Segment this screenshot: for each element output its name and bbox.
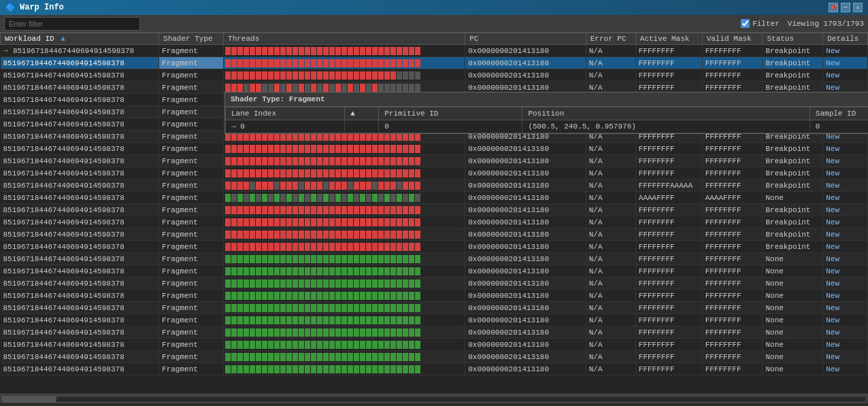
pin-button[interactable]: 📌 xyxy=(829,3,838,12)
window-icon: 🔷 xyxy=(5,3,16,13)
minimize-button[interactable]: — xyxy=(841,3,850,12)
viewing-text: Viewing 1793/1793 xyxy=(788,20,864,28)
table-row[interactable]: 851967184467440694914598378Fragment0x000… xyxy=(1,204,868,216)
workload-id-value: 851967184467440694914598378 xyxy=(3,231,124,239)
valid-mask-cell: FFFFFFFF xyxy=(702,167,763,180)
shader-type-cell: Fragment xyxy=(159,339,224,351)
status-cell: Breakpoint xyxy=(763,204,823,216)
threads-cell xyxy=(224,265,465,277)
col-workload-id[interactable]: Workload ID ▲ xyxy=(1,33,159,45)
threads-cell xyxy=(224,326,465,339)
workload-id-cell: 851967184467440694914598378 xyxy=(1,277,159,290)
pc-cell: 0x0000000201413180 xyxy=(465,326,586,339)
valid-mask-cell: FFFFFFFF xyxy=(702,69,763,82)
workload-id-cell: 851967184467440694914598378 xyxy=(1,302,159,314)
error-pc-cell: N/A xyxy=(586,167,635,180)
table-row[interactable]: 851967184467440694914598378Fragment0x000… xyxy=(1,363,868,375)
col-shader-type[interactable]: Shader Type xyxy=(159,33,224,45)
table-row[interactable]: 851967184467440694914598378Fragment0x000… xyxy=(1,277,868,290)
table-row[interactable]: 851967184467440694914598378Fragment0x000… xyxy=(1,69,868,82)
error-pc-cell: N/A xyxy=(586,265,635,277)
active-mask-cell: FFFFFFFF xyxy=(635,351,702,363)
table-row[interactable]: 851967184467440694914598378Fragment0x000… xyxy=(1,216,868,229)
valid-mask-cell: FFFFFFFF xyxy=(702,45,763,57)
workload-id-cell: 851967184467440694914598378 xyxy=(1,265,159,277)
col-active-mask[interactable]: Active Mask xyxy=(635,33,702,45)
shader-type-cell: Fragment xyxy=(159,204,224,216)
shader-type-cell: Fragment xyxy=(159,314,224,326)
pc-cell: 0x0000000201413180 xyxy=(465,204,586,216)
col-pc[interactable]: PC xyxy=(465,33,586,45)
valid-mask-cell: AAAAFFFF xyxy=(702,192,763,204)
pc-cell: 0x0000000201413180 xyxy=(465,45,586,57)
table-row[interactable]: 851967184467440694914598378Fragment0x000… xyxy=(1,143,868,155)
table-row[interactable]: 851967184467440694914598378Fragment0x000… xyxy=(1,180,868,192)
table-row[interactable]: 851967184467440694914598378Fragment0x000… xyxy=(1,57,868,69)
error-pc-cell: N/A xyxy=(586,351,635,363)
title-bar-controls: 📌 — ✕ xyxy=(829,3,863,12)
active-mask-cell: FFFFFFFF xyxy=(635,290,702,302)
table-row[interactable]: 851967184467440694914598378Fragment0x000… xyxy=(1,314,868,326)
status-cell: Breakpoint xyxy=(763,57,823,69)
valid-mask-cell: FFFFFFFF xyxy=(702,290,763,302)
current-row-arrow: → xyxy=(3,46,13,56)
pc-cell: 0x0000000201413180 xyxy=(465,57,586,69)
error-pc-cell: N/A xyxy=(586,302,635,314)
workload-id-cell: 851967184467440694914598378 xyxy=(1,241,159,253)
table-row[interactable]: 851967184467440694914598378Fragment0x000… xyxy=(1,290,868,302)
tooltip-position: (500.5, 240.5, 0.957976) xyxy=(522,120,809,133)
status-cell: None xyxy=(763,314,823,326)
table-row[interactable]: 851967184467440694914598378Fragment0x000… xyxy=(1,229,868,241)
workload-id-value: 851967184467440694914598378 xyxy=(3,145,124,153)
status-cell: None xyxy=(763,290,823,302)
pc-cell: 0x0000000201413180 xyxy=(465,253,586,265)
close-button[interactable]: ✕ xyxy=(853,3,863,12)
col-status[interactable]: Status xyxy=(763,33,823,45)
filter-input[interactable] xyxy=(4,17,140,31)
tooltip-header: Shader Type: Fragment xyxy=(225,92,868,107)
table-row[interactable]: 851967184467440694914598378Fragment0x000… xyxy=(1,192,868,204)
scrollbar-track[interactable] xyxy=(1,396,867,403)
scrollbar-thumb[interactable] xyxy=(2,396,56,402)
active-mask-cell: FFFFFFFF xyxy=(635,229,702,241)
table-row[interactable]: 851967184467440694914598378Fragment0x000… xyxy=(1,302,868,314)
tooltip-primitive-id: 0 xyxy=(379,120,522,133)
col-threads[interactable]: Threads xyxy=(224,33,465,45)
title-bar: 🔷 Warp Info 📌 — ✕ xyxy=(0,0,868,15)
details-cell: New xyxy=(823,363,868,375)
table-row[interactable]: → 851967184467440694914598378Fragment0x0… xyxy=(1,45,868,57)
table-row[interactable]: 851967184467440694914598378Fragment0x000… xyxy=(1,351,868,363)
col-valid-mask[interactable]: Valid Mask xyxy=(702,33,763,45)
table-row[interactable]: 851967184467440694914598378Fragment0x000… xyxy=(1,155,868,167)
error-pc-cell: N/A xyxy=(586,45,635,57)
col-details[interactable]: Details xyxy=(823,33,868,45)
shader-type-cell: Fragment xyxy=(159,241,224,253)
threads-cell xyxy=(224,253,465,265)
table-row[interactable]: 851967184467440694914598378Fragment0x000… xyxy=(1,326,868,339)
threads-cell xyxy=(224,155,465,167)
active-mask-cell: FFFFFFFF xyxy=(635,167,702,180)
active-mask-cell: FFFFFFFF xyxy=(635,69,702,82)
shader-type-cell: Fragment xyxy=(159,302,224,314)
shader-tooltip: Shader Type: Fragment Lane Index ▲ Primi… xyxy=(224,92,868,134)
table-row[interactable]: 851967184467440694914598378Fragment0x000… xyxy=(1,265,868,277)
workload-id-value: 851967184467440694914598378 xyxy=(13,47,134,55)
workload-id-cell: 851967184467440694914598378 xyxy=(1,339,159,351)
active-mask-cell: FFFFFFFF xyxy=(635,216,702,229)
workload-id-value: 851967184467440694914598378 xyxy=(3,120,124,129)
table-container[interactable]: Workload ID ▲ Shader Type Threads PC Err… xyxy=(0,33,868,394)
table-row[interactable]: 851967184467440694914598378Fragment0x000… xyxy=(1,241,868,253)
workload-id-cell: → 851967184467440694914598378 xyxy=(1,45,159,57)
tooltip-sample-id: 0 xyxy=(809,120,868,133)
valid-mask-cell: FFFFFFFF xyxy=(702,57,763,69)
filter-checkbox[interactable] xyxy=(741,19,750,28)
table-row[interactable]: 851967184467440694914598378Fragment0x000… xyxy=(1,253,868,265)
error-pc-cell: N/A xyxy=(586,314,635,326)
workload-id-cell: 851967184467440694914598378 xyxy=(1,94,159,106)
workload-id-cell: 851967184467440694914598378 xyxy=(1,180,159,192)
col-error-pc[interactable]: Error PC xyxy=(586,33,635,45)
scrollbar-bottom[interactable] xyxy=(0,394,868,403)
table-row[interactable]: 851967184467440694914598378Fragment0x000… xyxy=(1,167,868,180)
shader-type-cell: Fragment xyxy=(159,192,224,204)
table-row[interactable]: 851967184467440694914598378Fragment0x000… xyxy=(1,339,868,351)
